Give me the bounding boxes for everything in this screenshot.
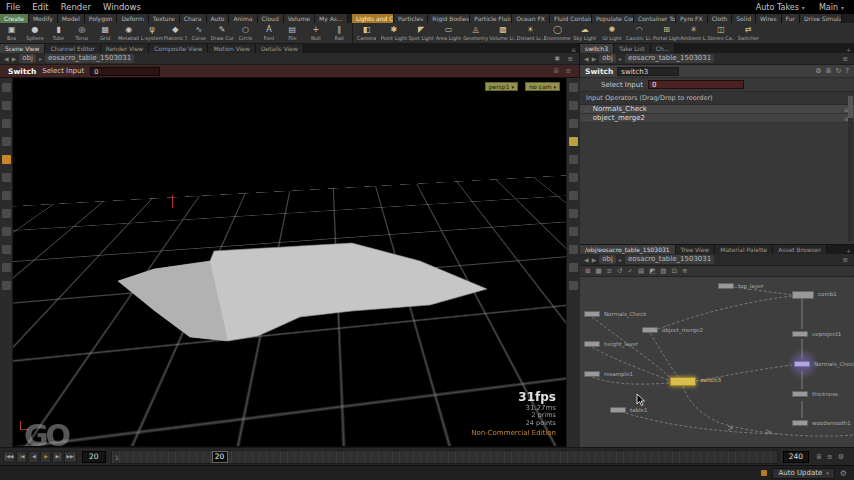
viewport-tool-icon[interactable] [569,191,578,200]
viewport-tool-icon[interactable] [2,119,11,128]
shelf-tool[interactable]: ✎ Draw Curve [211,23,234,43]
viewport-tool-icon[interactable] [569,173,578,182]
path-node[interactable]: eosacro_table_1503031 [625,54,714,63]
network-node-height_layer[interactable]: height_layer [584,341,600,347]
list-icon[interactable]: ≣ [826,67,832,75]
shelf-tool[interactable]: ⇄ Switcher [735,23,762,43]
shelf-tab[interactable]: Particle Fluids [470,14,512,23]
playbar-gear-icon[interactable]: ⚙ [838,453,844,461]
network-node-object_merge2[interactable]: object_merge2 [642,327,658,333]
shelf-tab[interactable]: Polygon [85,14,118,23]
path-menu-icon[interactable]: ≡ [840,55,850,63]
network-toolbar-icon[interactable]: ↺ [617,267,622,275]
network-toolbar-icon[interactable]: ◩ [649,267,655,275]
back-icon[interactable]: ◀ [584,256,589,263]
menu-item[interactable]: Windows [97,2,147,12]
shelf-tool[interactable]: ∿ Curve [187,23,210,43]
shelf-tool[interactable]: ▣ Box [0,23,23,43]
shelf-tab[interactable]: Ocean FX [512,14,550,23]
shelf-tab[interactable]: Modify [29,14,58,23]
network-node-Normals_Check2[interactable]: Normals_Check2 [794,361,810,367]
forward-icon[interactable]: ▶ [592,55,597,62]
shelf-tab[interactable]: Wires [756,14,782,23]
forward-icon[interactable]: ▶ [592,256,597,263]
add-tab-icon[interactable]: + [843,46,854,53]
shelf-tab[interactable]: Fluid Contain... [550,14,592,23]
path-root[interactable]: obj [19,54,36,63]
shelf-tab[interactable]: Cloud [258,14,284,23]
pane-tab[interactable]: Ch... [651,44,676,53]
pane-tab[interactable]: Tree View [676,245,716,254]
back-icon[interactable]: ◀ [584,55,589,62]
path-node[interactable]: eosacro_table_1503031 [625,255,714,264]
pane-tab[interactable]: Details View [256,44,304,53]
menu-item[interactable]: Render [55,2,97,12]
viewport-tool-icon[interactable] [2,227,11,236]
shelf-tool[interactable]: A Font [257,23,280,43]
forward-icon[interactable]: ▶ [12,55,17,62]
viewport-tool-icon[interactable] [2,137,11,146]
input-operator-row[interactable]: ∷ Normals_Check ≡ [580,105,854,114]
shelf-tab[interactable]: Volume [284,14,315,23]
shelf-tool[interactable]: ψ L-system [140,23,163,43]
shelf-tab[interactable]: Drive Simula... [800,14,842,23]
shelf-tab[interactable]: Anima [229,14,257,23]
viewport-tool-icon[interactable] [2,191,11,200]
drag-grip-icon[interactable]: ∷ [585,106,589,113]
pane-tab[interactable]: Material Palette [715,245,773,254]
viewport-camera-menu[interactable]: persp1 ▾ [485,82,518,91]
shelf-tool[interactable]: ● Sphere [23,23,46,43]
network-node-uvproject1[interactable]: uvproject1 [792,331,808,337]
help-icon[interactable]: ? [845,67,849,75]
network-toolbar-icon[interactable]: ✓ [628,267,633,275]
pane-tab[interactable]: Asset Browser [773,245,827,254]
input-operator-row[interactable]: ∷ object_merge2 ≡ [580,114,854,123]
shelf-tool[interactable]: ◤ Spot Light [408,23,435,43]
viewport-tool-icon[interactable] [569,245,578,254]
network-toolbar-icon[interactable]: ▦ [595,267,601,275]
shelf-tool[interactable]: ○ Circle [234,23,257,43]
pane-tab[interactable]: Take List [614,44,651,53]
shelf-tab[interactable]: Chara [180,14,207,23]
back-icon[interactable]: ◀ [4,55,9,62]
shelf-tab[interactable]: Solid [732,14,756,23]
shelf-tab[interactable]: Container Tools [634,14,676,23]
auto-update-dropdown[interactable]: Auto Update ▾ [772,468,834,479]
timeline-track[interactable]: 1 20 [111,450,778,464]
network-toolbar-icon[interactable]: ⊡ [671,267,676,275]
shelf-tool[interactable]: ☀ Distant Li... [517,23,544,43]
shelf-tab[interactable]: Deform [117,14,148,23]
shelf-tab[interactable]: Create [0,14,29,23]
network-node-thickness[interactable]: thickness [792,391,808,397]
viewport-tool-icon[interactable] [2,209,11,218]
path-menu-icon[interactable]: ≡ [840,256,850,264]
auto-takes-dropdown[interactable]: Auto Takes ▾ [756,3,805,12]
path-menu-icon[interactable]: ≡ [565,55,575,63]
network-node-comb1[interactable]: comb1 [792,291,814,299]
network-node-top_layer[interactable]: top_layer [718,283,734,289]
playhead[interactable]: 20 [212,451,228,463]
sliders-icon[interactable]: ≣ [553,67,559,75]
params-scrollbar[interactable] [848,96,853,241]
network-toolbar-icon[interactable]: ≋ [682,267,687,275]
shelf-tool[interactable]: ▮ Tube [47,23,70,43]
viewport-tool-icon[interactable] [569,119,578,128]
viewport-tool-icon[interactable] [2,281,11,290]
shelf-tab[interactable]: Texture [149,14,180,23]
viewport-tool-icon[interactable] [569,281,578,290]
viewport-tool-icon[interactable] [2,155,11,164]
playbar-panel-icon[interactable]: ≣ [816,453,822,461]
viewport-tool-icon[interactable] [2,83,11,92]
gear-icon[interactable]: ⚙ [815,67,821,75]
shelf-tool[interactable]: ⊞ Portal Light [653,23,680,43]
shelf-tool[interactable]: ✺ GI Light [598,23,625,43]
shelf-tab[interactable]: Fur [782,14,800,23]
select-input-field[interactable]: 0 [90,67,160,76]
viewport-tool-icon[interactable] [2,263,11,272]
strip-menu-icon[interactable]: ≡ [565,67,571,75]
network-toolbar-icon[interactable]: ▤ [638,267,644,275]
scrollbar-thumb[interactable] [848,96,853,118]
viewport-tool-icon[interactable] [2,101,11,110]
shelf-tab[interactable]: Particles [394,14,428,23]
add-tab-icon[interactable]: + [843,247,854,254]
